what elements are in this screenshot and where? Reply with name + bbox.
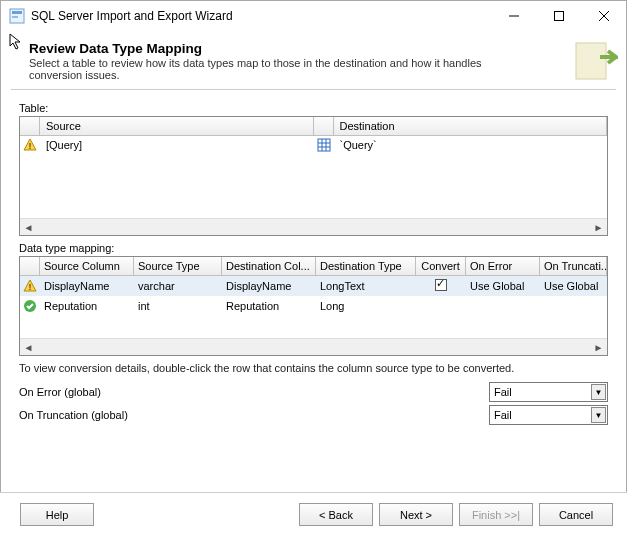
cell-dest-type: LongText	[316, 278, 416, 294]
mapping-row[interactable]: Reputation int Reputation Long	[20, 296, 607, 316]
cell-source-col: Reputation	[40, 298, 134, 314]
titlebar: SQL Server Import and Export Wizard	[1, 1, 626, 31]
table-row-dest: `Query`	[334, 136, 608, 154]
table-icon	[314, 136, 334, 154]
mapping-label: Data type mapping:	[19, 242, 608, 254]
col-dest-type[interactable]: Destination Type	[316, 257, 416, 275]
app-icon	[9, 8, 25, 24]
table-list-header: Source Destination	[20, 117, 607, 136]
table-row[interactable]: ! [Query] `Query`	[20, 136, 607, 154]
back-button[interactable]: < Back	[299, 503, 373, 526]
svg-text:!: !	[29, 282, 32, 292]
col-on-truncation[interactable]: On Truncati...	[540, 257, 607, 275]
scroll-left-icon[interactable]: ◄	[20, 219, 37, 236]
table-list[interactable]: Source Destination ! [Query] `Query` ◄►	[19, 116, 608, 236]
wizard-icon	[570, 37, 618, 87]
cancel-button[interactable]: Cancel	[539, 503, 613, 526]
col-destination[interactable]: Destination	[334, 117, 608, 135]
cell-dest-col: Reputation	[222, 298, 316, 314]
svg-text:!: !	[29, 141, 32, 151]
chevron-down-icon[interactable]: ▼	[591, 384, 606, 400]
mapping-grid[interactable]: Source Column Source Type Destination Co…	[19, 256, 608, 356]
minimize-button[interactable]	[491, 1, 536, 31]
table-row-source: [Query]	[40, 136, 314, 154]
maximize-button[interactable]	[536, 1, 581, 31]
on-trunc-global-select[interactable]: Fail ▼	[489, 405, 608, 425]
cell-source-col: DisplayName	[40, 278, 134, 294]
table-hscroll[interactable]: ◄►	[20, 218, 607, 235]
on-error-global-select[interactable]: Fail ▼	[489, 382, 608, 402]
cell-on-error	[466, 304, 540, 308]
header-panel: Review Data Type Mapping Select a table …	[1, 31, 626, 89]
window-title: SQL Server Import and Export Wizard	[31, 9, 491, 23]
svg-rect-7	[576, 43, 606, 79]
cell-on-trunc: Use Global	[540, 278, 607, 294]
warning-icon: !	[20, 279, 40, 293]
help-button[interactable]: Help	[20, 503, 94, 526]
mapping-grid-header: Source Column Source Type Destination Co…	[20, 257, 607, 276]
svg-rect-1	[12, 11, 22, 14]
next-button[interactable]: Next >	[379, 503, 453, 526]
hint-text: To view conversion details, double-click…	[19, 362, 608, 374]
footer: Help < Back Next > Finish >>| Cancel	[0, 492, 627, 536]
page-title: Review Data Type Mapping	[29, 41, 608, 56]
svg-rect-4	[554, 12, 563, 21]
table-label: Table:	[19, 102, 608, 114]
scroll-right-icon[interactable]: ►	[590, 339, 607, 356]
on-error-global-row: On Error (global) Fail ▼	[19, 382, 608, 402]
on-error-global-label: On Error (global)	[19, 386, 489, 398]
col-source[interactable]: Source	[40, 117, 314, 135]
page-subtitle: Select a table to review how its data ty…	[29, 57, 489, 81]
on-trunc-global-row: On Truncation (global) Fail ▼	[19, 405, 608, 425]
col-source-type[interactable]: Source Type	[134, 257, 222, 275]
cell-on-error: Use Global	[466, 278, 540, 294]
cell-source-type: varchar	[134, 278, 222, 294]
col-on-error[interactable]: On Error	[466, 257, 540, 275]
col-source-column[interactable]: Source Column	[40, 257, 134, 275]
close-button[interactable]	[581, 1, 626, 31]
checkbox-checked-icon	[435, 279, 447, 291]
scroll-right-icon[interactable]: ►	[590, 219, 607, 236]
cell-source-type: int	[134, 298, 222, 314]
mapping-hscroll[interactable]: ◄►	[20, 338, 607, 355]
warning-icon: !	[20, 136, 40, 154]
chevron-down-icon[interactable]: ▼	[591, 407, 606, 423]
svg-rect-2	[12, 16, 18, 18]
cell-on-trunc	[540, 304, 607, 308]
cell-convert[interactable]	[416, 277, 466, 295]
finish-button: Finish >>|	[459, 503, 533, 526]
scroll-left-icon[interactable]: ◄	[20, 339, 37, 356]
cursor-icon	[9, 33, 23, 53]
cell-dest-type: Long	[316, 298, 416, 314]
col-convert[interactable]: Convert	[416, 257, 466, 275]
mapping-row[interactable]: ! DisplayName varchar DisplayName LongTe…	[20, 276, 607, 296]
on-trunc-global-value: Fail	[494, 409, 512, 421]
ok-icon	[20, 299, 40, 313]
on-trunc-global-label: On Truncation (global)	[19, 409, 489, 421]
svg-rect-9	[318, 139, 330, 151]
col-dest-column[interactable]: Destination Col...	[222, 257, 316, 275]
cell-dest-col: DisplayName	[222, 278, 316, 294]
cell-convert[interactable]	[416, 304, 466, 308]
on-error-global-value: Fail	[494, 386, 512, 398]
